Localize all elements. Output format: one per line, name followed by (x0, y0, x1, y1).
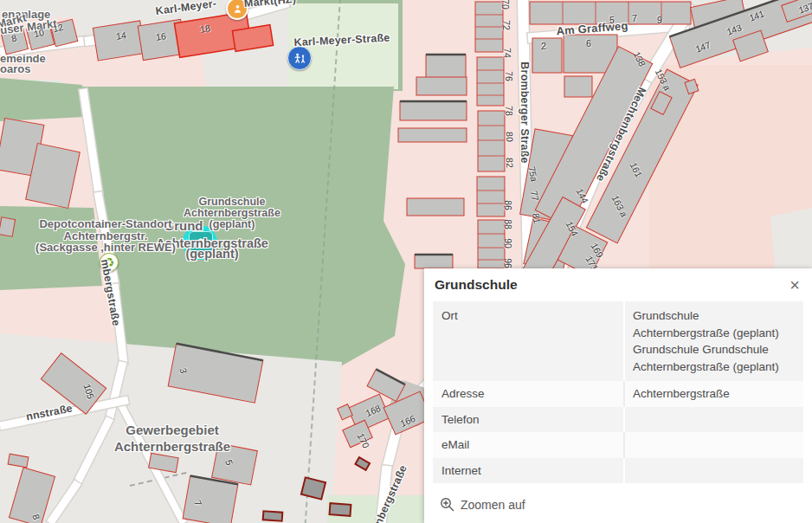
school-building-glyph (193, 236, 209, 250)
attribute-label: Telefon (433, 407, 625, 433)
attribute-table: OrtGrundschule Achternbergstraße (geplan… (433, 301, 803, 483)
popup-header: Grundschule × (424, 268, 812, 299)
feature-popup: Grundschule × OrtGrundschule Achternberg… (424, 268, 812, 523)
popup-title: Grundschule (435, 277, 518, 293)
attribute-row: Internet (433, 458, 803, 484)
attribute-value (625, 432, 803, 458)
zoom-to-button[interactable]: Zoomen auf (435, 496, 531, 513)
person-glyph (232, 3, 243, 15)
zoom-to-label: Zoomen auf (461, 498, 525, 512)
close-icon[interactable]: × (788, 278, 802, 292)
recycling-icon[interactable]: ♻ (100, 253, 119, 272)
map-viewport[interactable]: ♻ Karl-Meyer-Markt(HZ)Karl-Meyer-StraßeA… (0, 0, 812, 523)
children-glyph (293, 51, 307, 66)
attribute-row: Telefon (433, 407, 803, 433)
attribute-label: Adresse (433, 381, 625, 407)
playground-icon[interactable] (287, 46, 312, 70)
attribute-value (625, 458, 803, 484)
attribute-label: eMail (433, 432, 625, 458)
attribute-label: Ort (433, 301, 625, 381)
attribute-row: AdresseAchternbergstraße (433, 381, 803, 407)
recycle-glyph: ♻ (104, 256, 115, 268)
attribute-row: eMail (433, 432, 803, 458)
attribute-row: OrtGrundschule Achternbergstraße (geplan… (433, 301, 803, 381)
attribute-value: Achternbergstraße (625, 381, 803, 407)
attribute-label: Internet (433, 458, 625, 484)
school-marker-selected[interactable] (189, 231, 213, 255)
attribute-value: Grundschule Achternbergstraße (geplant) … (625, 301, 803, 381)
zoom-in-icon (440, 497, 454, 512)
attribute-value (625, 407, 803, 433)
